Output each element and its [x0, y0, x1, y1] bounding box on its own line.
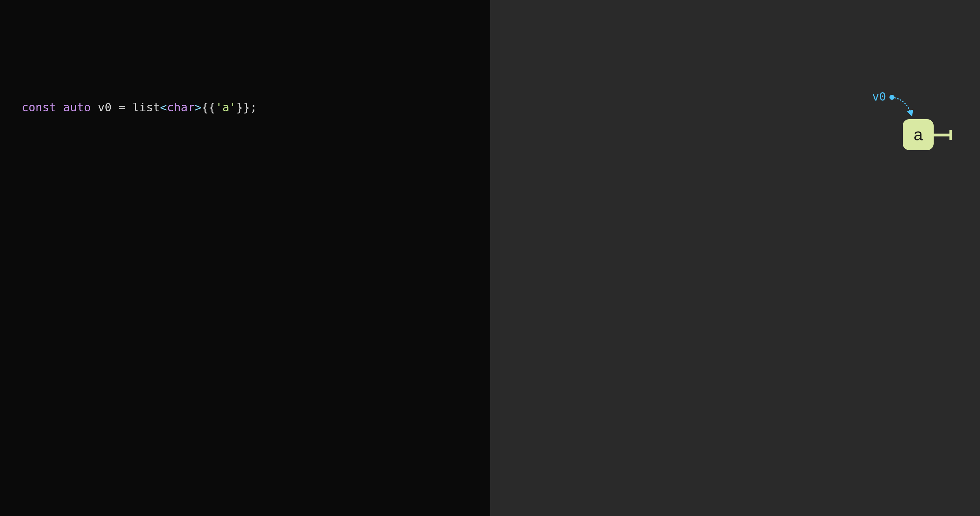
list-node: a: [903, 119, 934, 150]
token-auto: auto: [63, 100, 91, 114]
node-value: a: [913, 125, 923, 144]
token-string-a: 'a': [215, 100, 236, 114]
token-v0: v0: [98, 100, 112, 114]
token-angle-open: <: [160, 100, 167, 114]
token-equals: =: [119, 100, 126, 114]
pointer-arrow-icon: [889, 95, 922, 120]
token-angle-close: >: [195, 100, 202, 114]
token-char: char: [167, 100, 195, 114]
token-brace-open: {{: [202, 100, 216, 114]
token-list: list: [132, 100, 160, 114]
token-semicolon: ;: [250, 100, 257, 114]
pointer-origin-dot: [889, 95, 894, 100]
token-brace-close: }}: [236, 100, 250, 114]
visualization-panel: v0 a: [490, 0, 980, 516]
list-terminator-icon: [934, 130, 953, 140]
variable-label: v0: [872, 90, 886, 103]
code-panel: const auto v0 = list<char>{{'a'}};: [0, 0, 490, 516]
code-line: const auto v0 = list<char>{{'a'}};: [22, 100, 490, 114]
token-const: const: [22, 100, 56, 114]
diagram-area: v0 a: [836, 90, 944, 169]
